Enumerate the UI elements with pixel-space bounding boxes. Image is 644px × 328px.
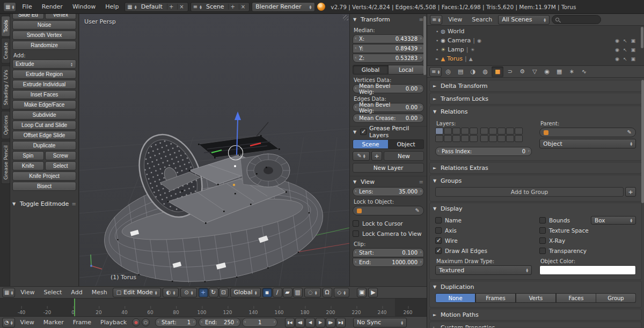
add-layout-button[interactable]: + bbox=[167, 4, 175, 10]
layer-toggle[interactable] bbox=[444, 128, 452, 135]
keying-set-button[interactable]: ○ bbox=[142, 318, 150, 326]
editor-type-timeline-button[interactable]: ◔ ▲ ▼ bbox=[2, 318, 15, 327]
lens-field[interactable]: Lens: 35.000 bbox=[353, 187, 424, 196]
manipulator-rotate-button[interactable]: ↻ bbox=[209, 288, 218, 297]
tool-inset-faces-button[interactable]: Inset Faces bbox=[12, 90, 76, 99]
select-menu[interactable]: Select bbox=[40, 289, 65, 296]
add-scene-button[interactable]: + bbox=[228, 4, 236, 10]
custom-properties-panel-header[interactable]: ► Custom Properties bbox=[430, 322, 641, 327]
proportional-edit-dropdown[interactable]: ◌ ▲ ▼ bbox=[304, 288, 321, 297]
tab-texture[interactable]: ▦ bbox=[553, 66, 565, 77]
outliner-search-input[interactable] bbox=[552, 15, 601, 24]
relations-panel-header[interactable]: ▼ Relations bbox=[430, 106, 641, 117]
editor-type-outliner-button[interactable]: ≡ ▲ ▼ bbox=[430, 15, 442, 25]
tool-tab-grease-pencil[interactable]: Grease Pencil bbox=[1, 141, 10, 184]
layer-toggle[interactable] bbox=[444, 135, 452, 142]
tree-expand-icon[interactable]: ► bbox=[436, 57, 438, 61]
play-reverse-button[interactable]: ◀ bbox=[305, 318, 315, 327]
outliner-scope-dropdown[interactable]: All Scenes ▲ ▼ bbox=[498, 15, 550, 25]
relations-extras-panel-header[interactable]: ► Relations Extras bbox=[430, 162, 641, 173]
snap-toggle-button[interactable]: Ω bbox=[323, 288, 332, 297]
tool-extrude-region-button[interactable]: Extrude Region bbox=[12, 70, 76, 79]
tab-material[interactable]: ◉ bbox=[541, 66, 553, 77]
menu-render[interactable]: Render bbox=[38, 3, 67, 10]
visibility-eye-icon[interactable]: ◉ bbox=[615, 38, 619, 43]
tool-edge-slide-button[interactable]: Slide Ed bbox=[12, 14, 44, 19]
tool-knife-button[interactable]: Knife bbox=[12, 161, 44, 170]
tab-object[interactable]: ■ bbox=[492, 66, 503, 77]
sync-mode-dropdown[interactable]: No Sync ▲ ▼ bbox=[353, 318, 407, 327]
transparency-checkbox[interactable] bbox=[539, 248, 546, 254]
tab-render-layers[interactable]: ▤ bbox=[455, 66, 466, 77]
tool-extrude-individual-button[interactable]: Extrude Individual bbox=[12, 80, 76, 89]
transform-panel-header[interactable]: ▼ Transform ≡ bbox=[350, 14, 427, 25]
layer-toggle[interactable] bbox=[470, 128, 478, 135]
viewport-3d[interactable]: User Persp (1) Torus bbox=[79, 14, 349, 286]
view-menu[interactable]: View bbox=[17, 289, 38, 296]
snap-element-dropdown[interactable]: ◇ ▲ ▼ bbox=[334, 288, 350, 297]
properties-scrollbar[interactable] bbox=[641, 80, 644, 203]
opengl-render-button[interactable]: ▣ bbox=[357, 288, 367, 297]
global-toggle[interactable]: Global bbox=[353, 65, 389, 74]
delete-layout-button[interactable]: × bbox=[177, 4, 185, 10]
motion-paths-panel-header[interactable]: ► Motion Paths bbox=[430, 309, 641, 320]
tab-render[interactable]: ◎ bbox=[442, 66, 454, 77]
lock-camera-checkbox[interactable] bbox=[353, 230, 359, 237]
manipulator-translate-button[interactable]: + bbox=[199, 288, 208, 297]
layer-toggle[interactable] bbox=[435, 135, 443, 142]
bounds-type-dropdown[interactable]: Box ▲ ▼ bbox=[591, 216, 636, 225]
edge-select-button[interactable]: ∕ bbox=[273, 288, 282, 297]
tool-knife-select-button[interactable]: Select bbox=[45, 161, 77, 170]
clip-start-field[interactable]: Start: 0.100 bbox=[353, 248, 424, 257]
layer-toggle[interactable] bbox=[515, 128, 523, 135]
tool-subdivide-button[interactable]: Subdivide bbox=[12, 110, 76, 120]
axis-checkbox[interactable] bbox=[435, 227, 442, 234]
grease-pencil-enable-checkbox[interactable] bbox=[360, 129, 367, 135]
layer-toggle[interactable] bbox=[497, 128, 506, 135]
add-menu[interactable]: Add bbox=[67, 289, 86, 296]
layer-toggle[interactable] bbox=[515, 135, 523, 142]
gp-draw-mode-button[interactable]: ✎ ▲ ▼ bbox=[353, 151, 370, 161]
duplication-none-button[interactable]: None bbox=[435, 293, 475, 303]
current-frame-field[interactable]: 1 bbox=[242, 318, 277, 327]
screen-layout-selector[interactable]: ▦ ▲ ▼ Default + × bbox=[125, 2, 188, 12]
n-panel-scrollbar[interactable] bbox=[423, 16, 426, 75]
viewport-shading-dropdown[interactable]: ◐ ▲ ▼ bbox=[163, 288, 179, 297]
tab-constraints[interactable]: ⊃ bbox=[504, 66, 516, 77]
tab-world[interactable]: ◍ bbox=[479, 66, 491, 77]
editor-type-3dview-button[interactable]: ▦ ▲ ▼ bbox=[2, 288, 15, 297]
next-keyframe-button[interactable]: ▮▶ bbox=[326, 318, 335, 327]
tool-randomize-button[interactable]: Randomize bbox=[12, 41, 76, 50]
layer-toggle[interactable] bbox=[452, 128, 460, 135]
vertex-select-button[interactable]: ▪ bbox=[262, 288, 272, 297]
timeline-menu-view[interactable]: View bbox=[17, 319, 38, 326]
tool-smooth-vertex-button[interactable]: Smooth Vertex bbox=[12, 31, 76, 40]
tool-bisect-button[interactable]: Bisect bbox=[12, 182, 76, 191]
layer-toggle[interactable] bbox=[489, 135, 497, 142]
editor-type-info-button[interactable]: ▦ ▲ ▼ bbox=[3, 2, 16, 12]
tab-physics[interactable]: ∿ bbox=[578, 66, 590, 77]
selectability-arrow-icon[interactable]: ↖ bbox=[623, 38, 627, 43]
prev-keyframe-button[interactable]: ◀▮ bbox=[295, 318, 305, 327]
median-z-field[interactable]: Z: 0.53283 bbox=[353, 54, 424, 63]
layer-toggle[interactable] bbox=[480, 135, 488, 142]
vertex-bevel-weight-field[interactable]: Mean Bevel Weig: 0.00 bbox=[353, 84, 424, 93]
transform-orientation-dropdown[interactable]: Global ▲ ▼ bbox=[230, 288, 261, 297]
tab-modifiers[interactable]: ⚙ bbox=[516, 66, 528, 77]
layer-toggle[interactable] bbox=[506, 128, 514, 135]
tool-tab-tools[interactable]: Tools bbox=[1, 16, 10, 36]
gp-add-button[interactable]: + bbox=[371, 151, 382, 161]
gp-new-layer-button[interactable]: New Layer bbox=[353, 163, 424, 173]
groups-panel-header[interactable]: ▼ Groups bbox=[430, 175, 641, 186]
layer-toggle[interactable] bbox=[480, 128, 488, 135]
layer-toggle[interactable] bbox=[497, 135, 506, 142]
auto-keyframe-record-button[interactable]: ● bbox=[132, 318, 140, 326]
tab-scene[interactable]: ◑ bbox=[467, 66, 479, 77]
tab-particles[interactable]: ∗ bbox=[566, 66, 577, 77]
layer-toggle[interactable] bbox=[461, 135, 469, 142]
eyedropper-icon[interactable]: ✎ bbox=[627, 130, 632, 135]
transform-locks-panel-header[interactable]: ► Transform Locks bbox=[430, 93, 641, 104]
frame-start-field[interactable]: Start: 1 bbox=[155, 318, 197, 327]
renderability-icon[interactable]: ▣ bbox=[631, 47, 635, 53]
tool-tab-shading-uvs[interactable]: Shading / UVs bbox=[1, 65, 10, 109]
